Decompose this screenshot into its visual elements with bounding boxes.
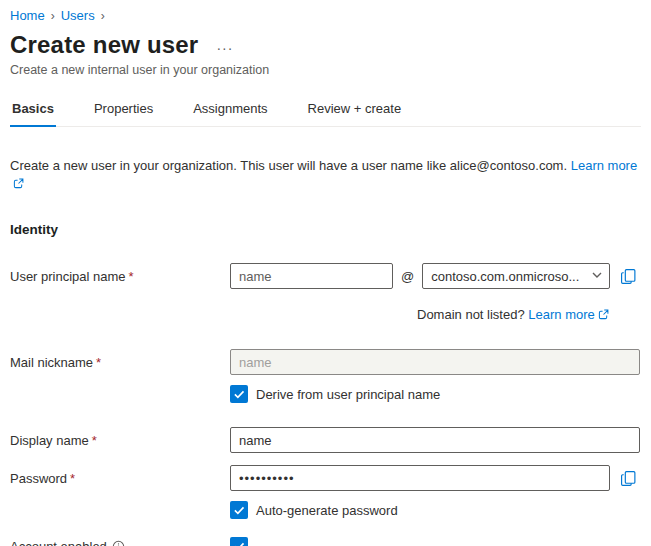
account-enabled-checkbox[interactable] [230,537,248,546]
external-link-icon [598,308,609,323]
upn-row: User principal name* @ contoso.com.onmic… [10,263,641,289]
page-title: Create new user [10,31,198,59]
domain-dropdown-value: contoso.com.onmicroso... [431,269,579,284]
domain-dropdown[interactable]: contoso.com.onmicroso... [422,263,610,289]
mail-nickname-input [230,349,640,375]
copy-upn-button[interactable] [620,268,637,285]
breadcrumb-separator-icon: › [101,9,105,23]
required-asterisk: * [96,355,101,370]
info-icon[interactable] [112,540,125,546]
external-link-icon [13,176,24,194]
intro-description: Create a new user in your organization. … [10,158,567,173]
display-name-row: Display name* [10,427,641,453]
domain-help-text: Domain not listed? [417,307,525,322]
mail-nickname-row: Mail nickname* [10,349,641,375]
intro-text: Create a new user in your organization. … [10,157,641,194]
upn-name-input[interactable] [230,263,393,289]
upn-label: User principal name* [10,269,230,284]
copy-password-button[interactable] [620,470,637,487]
account-enabled-label: Account enabled [10,539,107,546]
tab-properties[interactable]: Properties [92,101,155,126]
account-enabled-label-wrap: Account enabled [10,539,230,546]
password-input[interactable] [230,465,610,491]
more-options-button[interactable]: ··· [216,35,233,55]
tab-basics[interactable]: Basics [10,101,56,126]
mail-nickname-label: Mail nickname* [10,355,230,370]
tab-bar: Basics Properties Assignments Review + c… [10,101,641,127]
breadcrumb-separator-icon: › [51,9,55,23]
required-asterisk: * [70,471,75,486]
breadcrumb-users-link[interactable]: Users [61,8,95,23]
breadcrumb-home-link[interactable]: Home [10,8,45,23]
derive-checkbox[interactable] [230,385,248,403]
page-header: Create new user ··· [10,31,641,59]
display-name-label: Display name* [10,433,230,448]
required-asterisk: * [129,269,134,284]
required-asterisk: * [92,433,97,448]
domain-help-line: Domain not listed? Learn more [10,307,641,323]
breadcrumb: Home › Users › [10,8,641,23]
autogenerate-checkbox-row: Auto-generate password [10,501,641,519]
account-enabled-row: Account enabled [10,537,641,546]
autogenerate-checkbox[interactable] [230,501,248,519]
display-name-input[interactable] [230,427,640,453]
page-subtitle: Create a new internal user in your organ… [10,63,641,77]
tab-assignments[interactable]: Assignments [191,101,269,126]
create-user-page: Home › Users › Create new user ··· Creat… [0,0,651,546]
derive-checkbox-label[interactable]: Derive from user principal name [256,387,440,402]
derive-checkbox-row: Derive from user principal name [10,385,641,403]
chevron-down-icon [591,269,603,284]
identity-section-title: Identity [10,222,641,237]
domain-learn-more-link[interactable]: Learn more [528,307,608,322]
password-row: Password* [10,465,641,491]
password-label: Password* [10,471,230,486]
autogenerate-checkbox-label[interactable]: Auto-generate password [256,503,398,518]
at-symbol: @ [401,269,414,284]
tab-review-create[interactable]: Review + create [306,101,404,126]
